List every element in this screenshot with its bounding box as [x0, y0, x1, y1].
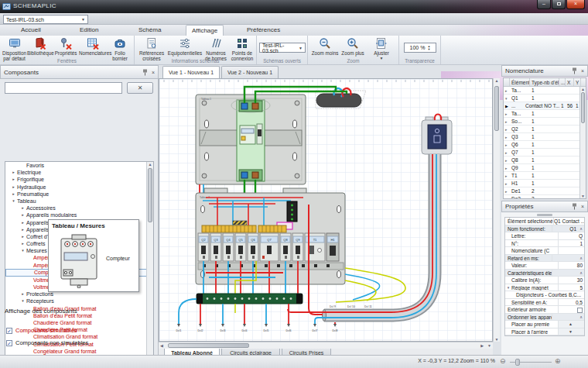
tab-accueil[interactable]: Accueil	[15, 25, 46, 36]
tree-item-appareils-modulaires[interactable]: ▸Appareils modulaires	[5, 212, 153, 218]
nomenclatures-button[interactable]: Nomenclatures	[79, 37, 107, 57]
prop-row-disjoncteurs-courbes[interactable]: Disjoncteurs - Courbes B,C...	[505, 291, 584, 299]
prop-row-sensibilite[interactable]: Sensibilité en A:0,5	[505, 299, 584, 307]
splitter-handle[interactable]	[537, 214, 552, 216]
disjoncteurs-row[interactable]: Q2 Q3 Q4 Q5 Q6 Q7 Q8 Q9 T1 H1	[198, 233, 339, 261]
prop-row-lettre[interactable]: Lettre:Q	[505, 232, 584, 240]
boite-murale[interactable]	[422, 115, 452, 155]
clear-search-button[interactable]: ✕	[127, 82, 153, 94]
table-row[interactable]: ▸H11	[504, 180, 586, 187]
scroll-down-icon[interactable]: ▼	[494, 337, 500, 342]
table-row[interactable]: ▸Q21	[504, 126, 586, 133]
prop-row-exterieur-armoire[interactable]: Extérieur armoire	[505, 306, 584, 314]
tree-item-tableau[interactable]: ▾Tableau	[5, 198, 153, 205]
bibliotheque-button[interactable]: Bibliothèque	[27, 37, 53, 57]
close-button[interactable]: ×	[566, 0, 585, 9]
tab-edition[interactable]: Edition	[74, 25, 104, 36]
transparence-spinner[interactable]: 100 % ▲▼	[404, 43, 436, 53]
minimize-button[interactable]: –	[537, 0, 551, 9]
nomenclature-scrollbar[interactable]: ▲ ▼	[579, 87, 586, 198]
prop-row-reglage-magnetique[interactable]: ▾Réglage magnét5	[505, 284, 584, 292]
prop-group-ordonner[interactable]: Ordonner les appareils∧	[505, 314, 584, 322]
zoom-out-icon[interactable]: ⊖	[500, 357, 506, 365]
zoom-moins-button[interactable]: Zoom moins	[311, 37, 339, 57]
table-row[interactable]: ▸De22	[504, 195, 586, 199]
pin-icon[interactable]	[142, 69, 148, 76]
prop-row-calibre[interactable]: Calibre In(A):30	[505, 277, 584, 284]
bornier-terre[interactable]	[197, 294, 303, 304]
scroll-thumb[interactable]	[148, 168, 152, 222]
table-row-selected[interactable]: ▶...Contact NO T...1561	[504, 102, 586, 110]
table-row[interactable]: ▾Q11	[504, 95, 586, 102]
table-row[interactable]: ▸Q91	[504, 164, 586, 172]
close-icon[interactable]: ×	[581, 68, 584, 74]
pin-icon[interactable]	[572, 203, 577, 210]
search-input[interactable]	[5, 82, 122, 94]
spinner-arrows-icon[interactable]: ▲▼	[427, 45, 430, 51]
tableau-repartition[interactable]: Tableau 2 Q2 Q	[196, 188, 345, 284]
prop-row-numero[interactable]: N°:1	[505, 240, 584, 248]
equipotentielles-button[interactable]: Equipotentielles	[167, 37, 203, 57]
placer-premier-button[interactable]: Placer au premie▲	[505, 321, 584, 328]
table-row[interactable]: ▸T11	[504, 172, 586, 180]
scroll-up-icon[interactable]: ▲	[494, 78, 500, 83]
scroll-right-icon[interactable]: ▶	[480, 343, 484, 348]
table-row[interactable]: ▸De12	[504, 187, 586, 195]
table-row[interactable]: ▸So...1	[504, 118, 586, 126]
tree-item-accessoires[interactable]: ▸Accessoires	[5, 205, 153, 212]
maximize-button[interactable]	[552, 0, 566, 9]
tree-item-electrique[interactable]: ▸Electrique	[5, 169, 153, 176]
checkbox-simulables[interactable]: ✓Composants simulables	[6, 327, 77, 334]
prop-group-retard[interactable]: Retard en ms:∧	[505, 255, 584, 263]
table-row[interactable]: ▸Q71	[504, 149, 586, 156]
close-icon[interactable]: ×	[581, 204, 584, 209]
zoom-in-icon[interactable]: ⊕	[555, 357, 561, 365]
placer-arriere-button[interactable]: Placer à l'arrière▼	[505, 328, 584, 336]
tree-scrollbar[interactable]: ▲ ▼	[146, 162, 153, 368]
tab-schema[interactable]: Schéma	[133, 25, 166, 36]
prop-row-valeur[interactable]: Valeur:80	[505, 262, 584, 270]
scroll-split-icon[interactable]: ▼	[487, 343, 491, 348]
prop-group-caracteristiques[interactable]: Caractéristiques électriques∧	[505, 270, 584, 277]
tree-item-recepteurs[interactable]: ▾Récepteurs	[5, 297, 153, 304]
prop-group-nom-fonctionnel[interactable]: Nom fonctionnel:Q1∧	[505, 225, 584, 233]
nomenclature-columns[interactable]: Élément Type-nb d'él... ... X Y	[504, 78, 586, 87]
checkbox-icon[interactable]	[577, 308, 583, 313]
file-combo[interactable]: Test-IRL-03.sch▼	[3, 15, 88, 24]
tree-item-frigorifique[interactable]: ▸Frigorifique	[5, 176, 153, 183]
schema-canvas[interactable]: Tableau 1	[159, 79, 492, 341]
pin-icon[interactable]	[572, 67, 577, 74]
scroll-up-icon[interactable]: ▲	[147, 162, 153, 167]
view-tab-1[interactable]: Vue 1 - Nouveau 1	[162, 66, 220, 78]
table-row[interactable]: ▸Q61	[504, 141, 586, 149]
checkbox-non-simulables[interactable]: ✓Composants non simulables	[6, 339, 88, 346]
tree-item-congelateur-grand[interactable]: Congélateur Grand format	[5, 348, 153, 355]
coffret-abonne[interactable]: Tableau 1	[196, 95, 306, 184]
scroll-thumb[interactable]	[581, 92, 585, 123]
tree-item-favoris[interactable]: Favoris	[5, 162, 153, 169]
tab-affichage[interactable]: Affichage	[186, 25, 224, 36]
scroll-left-icon[interactable]: ◀	[160, 343, 163, 348]
tab-preferences[interactable]: Préférences	[241, 25, 285, 36]
scroll-thumb[interactable]	[168, 343, 249, 348]
prop-row-nomenclature[interactable]: Nomenclature (C	[505, 247, 584, 255]
table-row[interactable]: ▸Ta...1	[504, 110, 586, 118]
canvas-vscrollbar[interactable]: ▲ ▼	[493, 78, 500, 342]
view-tab-2[interactable]: Vue 2 - Nouveau 1	[221, 66, 279, 78]
scroll-down-icon[interactable]: ▼	[580, 194, 586, 198]
scroll-thumb[interactable]	[494, 86, 499, 131]
zoom-slider-thumb[interactable]	[515, 359, 520, 366]
proprietes-button[interactable]: Propriétés	[53, 37, 79, 57]
zoom-plus-button[interactable]: Zoom plus	[339, 37, 367, 57]
close-icon[interactable]: ×	[152, 70, 155, 75]
tree-item-pneumatique[interactable]: ▸Pneumatique	[5, 191, 153, 198]
schemas-ouverts-combo[interactable]: Test-IRL-03.sch▼	[259, 43, 306, 53]
tree-item-hydraulique[interactable]: ▸Hydraulique	[5, 184, 153, 191]
disjoncteur-branchement[interactable]	[231, 98, 270, 181]
canvas-hscrollbar[interactable]: ◀ ▶ ▼	[159, 342, 493, 349]
tree-item-chaudiere-grand[interactable]: Chaudière Grand format	[5, 319, 153, 326]
scroll-up-icon[interactable]: ▲	[580, 87, 586, 91]
table-row[interactable]: ▸Q81	[504, 156, 586, 164]
table-row[interactable]: ▸Q31	[504, 133, 586, 141]
table-row[interactable]: ▸Ta...1	[504, 87, 586, 95]
